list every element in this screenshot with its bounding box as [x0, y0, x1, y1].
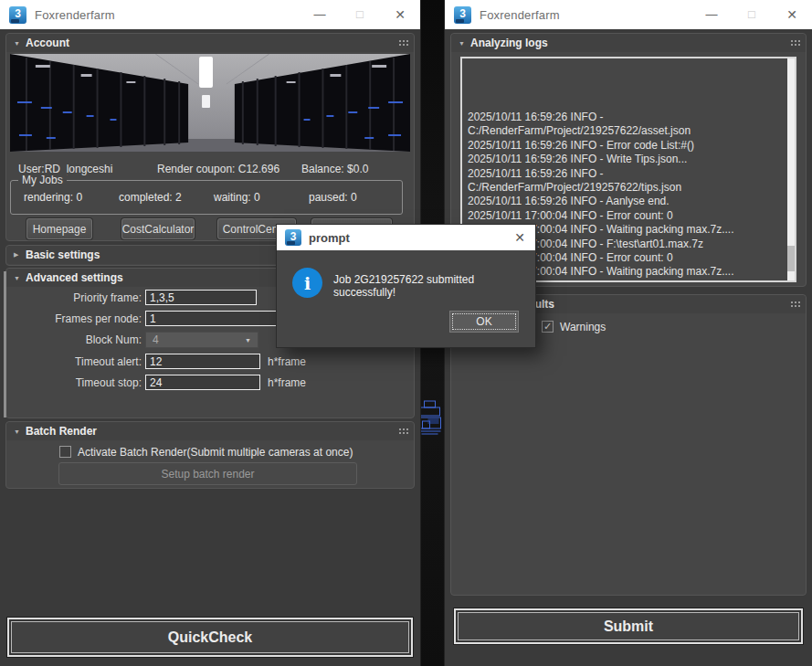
batch-render-header[interactable]: ▼ Batch Render	[6, 422, 414, 440]
3dsmax-app-icon: 3	[9, 6, 26, 24]
chevron-down-icon: ▼	[14, 40, 26, 47]
log-line: 2025/10/11 17:00:04 INFO - Error count: …	[468, 209, 782, 223]
cost-calculator-button[interactable]: CostCalculator	[121, 218, 195, 239]
render-coupon: Render coupon: C12.696	[157, 163, 301, 175]
dialog-title: prompt	[309, 231, 350, 245]
log-line: 2025/10/11 16:59:26 INFO - Write Tips.js…	[468, 153, 782, 166]
timeout-alert-input[interactable]	[145, 354, 260, 369]
setup-batch-render-button[interactable]: Setup batch render	[58, 462, 357, 485]
activate-batch-label: Activate Batch Render(Submit multiple ca…	[78, 446, 353, 459]
dialog-message: Job 2G219257622 submitted successfully!	[333, 273, 535, 299]
grip-icon[interactable]	[790, 301, 800, 309]
chevron-right-icon: ▶	[14, 251, 26, 259]
info-icon: i	[292, 268, 322, 298]
close-icon[interactable]: ✕	[785, 7, 799, 22]
maximize-icon[interactable]: □	[744, 7, 759, 22]
block-num-select[interactable]: 4 ▼	[145, 332, 258, 348]
my-jobs-groupbox: My Jobs rendering: 0 completed: 2 waitin…	[10, 180, 403, 215]
minimize-icon[interactable]: —	[312, 7, 327, 22]
minimize-icon[interactable]: —	[704, 7, 719, 22]
quickcheck-button[interactable]: QuickCheck	[7, 618, 413, 657]
log-line: 2025/10/11 16:59:26 INFO - Error code Li…	[468, 139, 782, 153]
analyzing-logs-header[interactable]: ▼ Analyzing logs	[451, 34, 806, 52]
block-num-value: 4	[153, 333, 159, 346]
submit-button[interactable]: Submit	[454, 608, 803, 644]
log-line: C:/RenderFarm/Project/219257622/asset.js…	[468, 124, 782, 138]
dialog-titlebar[interactable]: 3 prompt ✕	[277, 225, 535, 250]
viewport-wireframe-icon	[417, 398, 445, 439]
timeout-stop-input[interactable]	[145, 375, 260, 390]
maximize-icon[interactable]: □	[353, 7, 367, 22]
chevron-down-icon: ▼	[459, 40, 470, 47]
log-line: 2025/10/11 16:59:26 INFO - Aanlyse end.	[468, 195, 782, 208]
priority-frame-label: Priority frame:	[6, 291, 142, 304]
right-titlebar[interactable]: 3 Foxrenderfarm — □ ✕	[445, 0, 812, 29]
frames-per-node-input[interactable]	[145, 311, 284, 326]
activate-batch-checkbox[interactable]	[59, 446, 71, 458]
close-icon[interactable]: ✕	[393, 7, 407, 22]
3dsmax-app-icon: 3	[454, 6, 471, 24]
log-line: 2025/10/11 16:59:26 INFO -	[468, 167, 782, 181]
my-jobs-title: My Jobs	[18, 174, 67, 186]
window-title: Foxrenderfarm	[35, 8, 115, 22]
stat-paused: paused: 0	[309, 191, 402, 204]
grip-icon[interactable]	[398, 39, 408, 48]
warnings-checkbox[interactable]: ✓	[542, 321, 554, 333]
block-num-label: Block Num:	[6, 333, 142, 346]
warnings-label: Warnings	[560, 321, 606, 333]
dialog-body: i Job 2G219257622 submitted successfully…	[277, 250, 535, 347]
chevron-down-icon: ▼	[14, 428, 26, 435]
timeout-alert-suffix: h*frame	[268, 355, 306, 368]
desktop: { "icons": { "app_badge": "3", "minimize…	[0, 0, 812, 666]
log-scrollbar[interactable]	[787, 58, 795, 280]
prompt-dialog: 3 prompt ✕ i Job 2G219257622 submitted s…	[277, 225, 535, 347]
close-icon[interactable]: ✕	[512, 230, 527, 245]
frames-per-node-label: Frames per node:	[6, 312, 142, 325]
timeout-stop-suffix: h*frame	[268, 376, 306, 389]
log-scrollbar-thumb[interactable]	[787, 246, 795, 271]
server-room-image	[10, 54, 410, 152]
grip-icon[interactable]	[790, 39, 800, 48]
chevron-down-icon: ▼	[245, 337, 251, 344]
stat-completed: completed: 2	[119, 191, 214, 204]
rollout-scrollbar[interactable]	[4, 271, 6, 418]
window-title: Foxrenderfarm	[480, 8, 560, 22]
stat-waiting: waiting: 0	[214, 191, 309, 204]
homepage-button[interactable]: Homepage	[26, 218, 92, 239]
account-rollout: ▼ Account	[5, 33, 415, 241]
priority-frame-input[interactable]	[145, 290, 257, 305]
batch-render-label: Batch Render	[26, 425, 97, 438]
balance: Balance: $0.0	[301, 163, 405, 175]
account-header[interactable]: ▼ Account	[6, 34, 414, 52]
analyzing-logs-label: Analyzing logs	[470, 37, 548, 49]
grip-icon[interactable]	[398, 428, 408, 436]
timeout-stop-label: Timeout stop:	[6, 376, 142, 389]
3dsmax-app-icon: 3	[285, 229, 301, 246]
timeout-alert-label: Timeout alert:	[6, 355, 142, 368]
ok-button[interactable]: OK	[449, 311, 519, 333]
account-header-label: Account	[26, 37, 69, 49]
basic-settings-label: Basic settings	[26, 248, 100, 261]
chevron-down-icon: ▼	[14, 275, 26, 281]
stat-rendering: rendering: 0	[24, 191, 119, 204]
batch-render-rollout: ▼ Batch Render Activate Batch Render(Sub…	[5, 421, 415, 489]
advanced-settings-label: Advanced settings	[26, 271, 123, 284]
left-titlebar[interactable]: 3 Foxrenderfarm — □ ✕	[0, 0, 420, 29]
log-line: 2025/10/11 16:59:26 INFO -	[468, 111, 782, 124]
log-line: C:/RenderFarm/Project/219257622/tips.jso…	[468, 181, 782, 195]
